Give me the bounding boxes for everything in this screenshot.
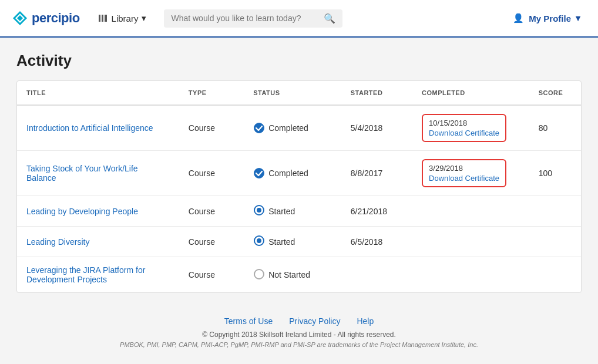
my-profile-button[interactable]: 👤 My Profile ▾	[507, 9, 586, 27]
activity-table: TITLE TYPE STATUS STARTED COMPLETED SCOR…	[16, 80, 582, 293]
course-status: Completed	[244, 151, 341, 196]
started-circle-icon	[253, 204, 265, 218]
status-label: Not Started	[268, 270, 310, 279]
course-completed-date	[412, 196, 529, 227]
footer-links: Terms of Use Privacy Policy Help	[0, 316, 598, 326]
completed-date-text: 10/15/2018	[429, 119, 499, 127]
logo-area: percipio	[12, 10, 80, 26]
col-header-score: SCORE	[529, 81, 581, 105]
activity-data-table: TITLE TYPE STATUS STARTED COMPLETED SCOR…	[17, 81, 581, 292]
library-chevron-icon: ▾	[142, 13, 146, 23]
course-score: 80	[529, 105, 581, 151]
table-header: TITLE TYPE STATUS STARTED COMPLETED SCOR…	[17, 81, 581, 105]
svg-point-12	[254, 269, 264, 279]
course-type: Course	[179, 105, 244, 151]
profile-person-icon: 👤	[513, 13, 524, 23]
search-icon: 🔍	[324, 14, 335, 23]
help-link[interactable]: Help	[357, 316, 374, 326]
completed-date-text: 3/29/2018	[429, 164, 499, 173]
table-row: Leading DiversityCourse Started6/5/2018	[17, 227, 581, 257]
svg-rect-3	[99, 15, 100, 22]
course-score	[529, 227, 581, 257]
status-label: Started	[268, 237, 295, 247]
profile-chevron-icon: ▾	[576, 13, 580, 23]
svg-rect-5	[105, 15, 107, 22]
course-started-date: 6/5/2018	[341, 227, 412, 257]
course-score	[529, 196, 581, 227]
library-icon	[98, 13, 108, 23]
my-profile-label: My Profile	[529, 14, 571, 23]
completed-highlight-box: 10/15/2018Download Certificate	[422, 114, 506, 142]
course-status: Not Started	[244, 257, 341, 293]
not-started-circle-icon	[253, 268, 265, 282]
status-label: Completed	[268, 168, 308, 178]
svg-point-11	[257, 238, 261, 243]
course-type: Course	[179, 227, 244, 257]
status-label: Completed	[268, 123, 308, 133]
course-completed-date: 3/29/2018Download Certificate	[412, 151, 529, 196]
col-header-title: TITLE	[17, 81, 179, 105]
course-completed-date: 10/15/2018Download Certificate	[412, 105, 529, 151]
percipio-logo-icon	[12, 10, 28, 26]
course-status: Started	[244, 227, 341, 257]
col-header-completed: COMPLETED	[412, 81, 529, 105]
terms-of-use-link[interactable]: Terms of Use	[224, 316, 273, 326]
course-type: Course	[179, 196, 244, 227]
course-completed-date	[412, 257, 529, 293]
table-row: Taking Stock of Your Work/Life BalanceCo…	[17, 151, 581, 196]
footer-copyright: © Copyright 2018 Skillsoft Ireland Limit…	[0, 331, 598, 339]
col-header-started: STARTED	[341, 81, 412, 105]
download-certificate-link[interactable]: Download Certificate	[429, 129, 499, 137]
started-circle-icon	[253, 235, 265, 248]
course-score	[529, 257, 581, 293]
course-started-date	[341, 257, 412, 293]
search-bar: 🔍	[164, 9, 342, 28]
course-title-link[interactable]: Introduction to Artificial Intelligence	[26, 123, 153, 133]
course-title-link[interactable]: Leveraging the JIRA Platform for Develop…	[26, 265, 145, 284]
library-button[interactable]: Library ▾	[92, 9, 153, 27]
completed-check-icon	[253, 167, 265, 179]
completed-highlight-box: 3/29/2018Download Certificate	[422, 159, 506, 187]
privacy-policy-link[interactable]: Privacy Policy	[289, 316, 340, 326]
download-certificate-link[interactable]: Download Certificate	[429, 174, 499, 183]
header: percipio Library ▾ 🔍 👤 My Profile ▾	[0, 0, 598, 38]
status-label: Started	[268, 207, 295, 216]
course-score: 100	[529, 151, 581, 196]
completed-check-icon	[253, 122, 265, 134]
course-started-date: 6/21/2018	[341, 196, 412, 227]
main-content: Activity TITLE TYPE STATUS STARTED COMPL…	[0, 38, 598, 293]
course-status: Completed	[244, 105, 341, 151]
search-button[interactable]: 🔍	[324, 13, 335, 24]
svg-point-6	[254, 123, 264, 133]
course-type: Course	[179, 151, 244, 196]
col-header-status: STATUS	[244, 81, 341, 105]
search-input[interactable]	[171, 14, 324, 23]
logo-text: percipio	[32, 11, 80, 26]
course-type: Course	[179, 257, 244, 293]
footer-trademark: PMBOK, PMI, PMP, CAPM, PMI-ACP, PgMP, PM…	[0, 341, 598, 348]
course-started-date: 5/4/2018	[341, 105, 412, 151]
table-header-row: TITLE TYPE STATUS STARTED COMPLETED SCOR…	[17, 81, 581, 105]
library-label: Library	[112, 14, 139, 23]
course-started-date: 8/8/2017	[341, 151, 412, 196]
course-status: Started	[244, 196, 341, 227]
footer: Terms of Use Privacy Policy Help © Copyr…	[0, 307, 598, 354]
course-title-link[interactable]: Leading Diversity	[26, 237, 89, 247]
table-body: Introduction to Artificial IntelligenceC…	[17, 105, 581, 292]
svg-point-9	[257, 208, 261, 213]
course-completed-date	[412, 227, 529, 257]
svg-point-7	[254, 168, 264, 178]
page-title: Activity	[16, 52, 582, 70]
col-header-type: TYPE	[179, 81, 244, 105]
table-row: Introduction to Artificial IntelligenceC…	[17, 105, 581, 151]
course-title-link[interactable]: Leading by Developing People	[26, 207, 138, 216]
course-title-link[interactable]: Taking Stock of Your Work/Life Balance	[26, 164, 138, 183]
svg-rect-4	[102, 15, 103, 22]
table-row: Leveraging the JIRA Platform for Develop…	[17, 257, 581, 293]
table-row: Leading by Developing PeopleCourse Start…	[17, 196, 581, 227]
